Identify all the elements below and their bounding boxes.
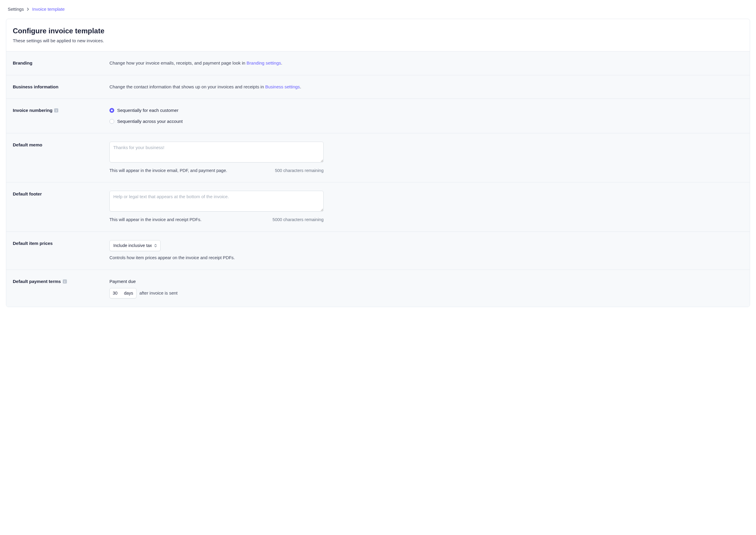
- business-text: Change the contact information that show…: [109, 84, 743, 91]
- payment-days-after-text: after invoice is sent: [140, 290, 177, 297]
- radio-unchecked-icon: [109, 119, 114, 124]
- item-prices-help: Controls how item prices appear on the i…: [109, 255, 743, 261]
- payment-terms-label-text: Default payment terms: [13, 278, 61, 285]
- updown-chevron-icon: [154, 244, 157, 247]
- memo-textarea[interactable]: [109, 142, 324, 162]
- section-label-item-prices: Default item prices: [13, 240, 109, 262]
- business-text-suffix: .: [300, 84, 301, 89]
- item-prices-select-value: Include inclusive tax: [113, 242, 152, 249]
- section-item-prices: Default item prices Include inclusive ta…: [6, 232, 750, 270]
- section-label-footer: Default footer: [13, 191, 109, 223]
- section-default-memo: Default memo This will appear in the inv…: [6, 133, 750, 183]
- breadcrumb-settings-link[interactable]: Settings: [8, 6, 24, 13]
- footer-help-text: This will appear in the invoice and rece…: [109, 217, 201, 223]
- numbering-options: Sequentially for each customer Sequentia…: [109, 107, 743, 125]
- business-settings-link[interactable]: Business settings: [265, 84, 300, 89]
- branding-text: Change how your invoice emails, receipts…: [109, 60, 743, 67]
- radio-checked-icon: [109, 108, 114, 113]
- memo-content: This will appear in the invoice email, P…: [109, 142, 743, 174]
- section-branding: Branding Change how your invoice emails,…: [6, 51, 750, 75]
- breadcrumb: Settings Invoice template: [0, 0, 756, 19]
- footer-textarea[interactable]: [109, 191, 324, 211]
- memo-help-text: This will appear in the invoice email, P…: [109, 168, 227, 174]
- item-prices-select[interactable]: Include inclusive tax: [109, 240, 161, 251]
- footer-content: This will appear in the invoice and rece…: [109, 191, 743, 223]
- radio-option-across-account[interactable]: Sequentially across your account: [109, 118, 743, 125]
- panel-header: Configure invoice template These setting…: [6, 19, 750, 52]
- section-payment-terms: Default payment terms Payment due days a…: [6, 270, 750, 307]
- main-panel: Configure invoice template These setting…: [6, 19, 750, 307]
- section-label-branding: Branding: [13, 60, 109, 67]
- section-label-memo: Default memo: [13, 142, 109, 174]
- payment-days-input[interactable]: [113, 291, 121, 296]
- section-default-footer: Default footer This will appear in the i…: [6, 183, 750, 232]
- section-label-numbering: Invoice numbering: [13, 107, 109, 125]
- numbering-label-text: Invoice numbering: [13, 107, 52, 114]
- item-prices-content: Include inclusive tax Controls how item …: [109, 240, 743, 262]
- page-title: Configure invoice template: [13, 26, 743, 36]
- business-text-prefix: Change the contact information that show…: [109, 84, 265, 89]
- breadcrumb-current[interactable]: Invoice template: [32, 6, 65, 13]
- payment-due-label: Payment due: [109, 278, 743, 285]
- radio-option-per-customer[interactable]: Sequentially for each customer: [109, 107, 743, 114]
- radio-label-per-customer: Sequentially for each customer: [117, 107, 178, 114]
- page-subtitle: These settings will be applied to new in…: [13, 38, 743, 44]
- memo-chars-remaining: 500 characters remaining: [275, 168, 324, 174]
- section-business-info: Business information Change the contact …: [6, 75, 750, 99]
- section-label-payment-terms: Default payment terms: [13, 278, 109, 298]
- footer-chars-remaining: 5000 characters remaining: [272, 217, 324, 223]
- branding-text-prefix: Change how your invoice emails, receipts…: [109, 60, 247, 66]
- branding-settings-link[interactable]: Branding settings: [247, 60, 281, 66]
- chevron-right-icon: [27, 8, 29, 11]
- payment-days-unit: days: [124, 290, 133, 297]
- branding-text-suffix: .: [281, 60, 282, 66]
- radio-label-across-account: Sequentially across your account: [117, 118, 183, 125]
- info-icon[interactable]: [54, 108, 58, 112]
- payment-days-input-wrap[interactable]: days: [109, 288, 137, 299]
- section-invoice-numbering: Invoice numbering Sequentially for each …: [6, 99, 750, 133]
- section-label-business: Business information: [13, 84, 109, 91]
- payment-terms-content: Payment due days after invoice is sent: [109, 278, 743, 298]
- info-icon[interactable]: [63, 279, 67, 284]
